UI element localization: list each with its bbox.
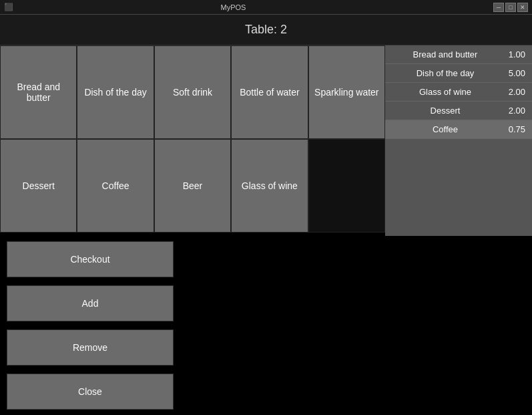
order-item-price-0: 1.00 <box>499 49 525 59</box>
order-panel: Bread and butter1.00Dish of the day5.00G… <box>385 45 532 236</box>
menu-cell-0-3[interactable]: Bottle of water <box>231 45 308 139</box>
menu-cell-0-2[interactable]: Soft drink <box>154 45 231 139</box>
action-section: Checkout Add Remove Close <box>0 236 180 415</box>
menu-grid: Bread and butterDish of the daySoft drin… <box>0 45 385 236</box>
order-row-4[interactable]: Coffee0.75 <box>385 120 532 139</box>
checkout-button[interactable]: Checkout <box>7 241 174 277</box>
order-item-name-4: Coffee <box>392 124 499 134</box>
right-bottom-fill <box>180 236 532 415</box>
order-item-price-4: 0.75 <box>499 124 525 134</box>
grid-area: Bread and butterDish of the daySoft drin… <box>0 45 385 233</box>
remove-button[interactable]: Remove <box>7 329 174 366</box>
menu-cell-0-0[interactable]: Bread and butter <box>0 45 77 139</box>
menu-cell-0-4[interactable]: Sparkling water <box>308 45 385 139</box>
order-item-price-1: 5.00 <box>499 68 525 78</box>
menu-cell-1-3[interactable]: Glass of wine <box>231 139 308 233</box>
maximize-button[interactable]: □ <box>505 3 516 12</box>
close-window-button[interactable]: ✕ <box>517 3 528 12</box>
order-row-1[interactable]: Dish of the day5.00 <box>385 64 532 83</box>
titlebar: ⬛ MyPOS ─ □ ✕ <box>0 0 532 15</box>
order-row-0[interactable]: Bread and butter1.00 <box>385 45 532 64</box>
menu-cell-0-1[interactable]: Dish of the day <box>77 45 154 139</box>
grid-and-order: Bread and butterDish of the daySoft drin… <box>0 45 532 236</box>
order-item-price-3: 2.00 <box>499 106 525 116</box>
app-header: Table: 2 <box>0 15 532 45</box>
order-item-price-2: 2.00 <box>499 87 525 97</box>
order-item-name-3: Dessert <box>392 106 499 116</box>
bottom-section: Checkout Add Remove Close <box>0 236 532 415</box>
titlebar-controls[interactable]: ─ □ ✕ <box>493 3 528 12</box>
menu-cell-1-2[interactable]: Beer <box>154 139 231 233</box>
titlebar-title: MyPOS <box>0 3 493 11</box>
order-row-3[interactable]: Dessert2.00 <box>385 102 532 120</box>
close-button[interactable]: Close <box>7 374 174 410</box>
menu-cell-1-4 <box>308 139 385 233</box>
order-list: Bread and butter1.00Dish of the day5.00G… <box>385 45 532 139</box>
menu-cell-1-0[interactable]: Dessert <box>0 139 77 233</box>
minimize-button[interactable]: ─ <box>493 3 504 12</box>
content-wrapper: Table: 2 Bread and butterDish of the day… <box>0 15 532 415</box>
table-title: Table: 2 <box>245 23 287 36</box>
menu-cell-1-1[interactable]: Coffee <box>77 139 154 233</box>
order-row-2[interactable]: Glass of wine2.00 <box>385 83 532 102</box>
order-item-name-1: Dish of the day <box>392 68 499 78</box>
add-button[interactable]: Add <box>7 285 174 321</box>
order-item-name-0: Bread and butter <box>392 49 499 59</box>
order-item-name-2: Glass of wine <box>392 87 499 97</box>
